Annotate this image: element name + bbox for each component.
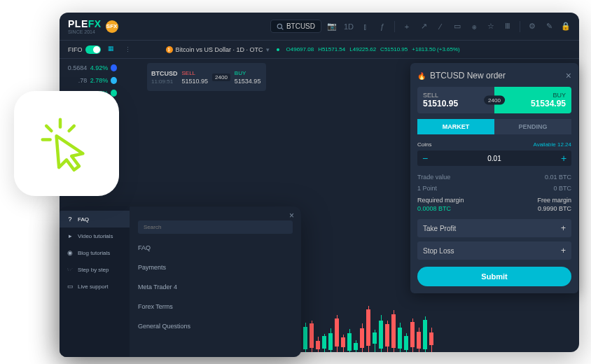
video-icon: ▸ [67,232,74,239]
tab-pending[interactable]: PENDING [494,119,571,134]
point-label: 1 Point [417,185,437,192]
brand-name-1: PLE [68,18,88,29]
help-item[interactable]: Payments [138,258,293,277]
ticker-buy-label: BUY [235,70,261,76]
close-icon[interactable]: × [566,70,571,81]
brand-name-2: FX [88,18,102,29]
timeframe[interactable]: 1D [344,22,354,31]
rect-icon[interactable]: ▭ [452,22,462,31]
take-profit-row[interactable]: Take Profit + [417,219,571,237]
ohlc-high: H51571.54 [318,46,345,52]
ticker-widget[interactable]: BTCUSD 11:09:51 SELL 51510.95 2400 BUY 5… [147,63,266,91]
buy-label: BUY [552,92,566,99]
ticker-symbol: BTCUSD [151,70,178,77]
order-panel: 🔥 BTCUSD New order × SELL 51510.95 BUY 5… [410,63,578,293]
buy-button[interactable]: BUY 51534.95 [494,87,571,113]
symbol-search[interactable]: BTCUSD [270,20,321,33]
elliott-icon[interactable]: Ⅲ [503,22,513,31]
sidebar-item-support[interactable]: ▭Live support [60,278,130,295]
help-sidebar: ?FAQ ▸Video tutorials ◉Blog tutorials ☞S… [60,206,130,357]
sidebar-item-step[interactable]: ☞Step by step [60,261,130,278]
symbol-icon [111,77,117,84]
toolbar-tools: 📷 1D ⫿ ƒ + ↗ ∕ ▭ ⎈ ☆ Ⅲ ⚙ ✎ 🔒 [327,21,571,32]
crosshair-icon[interactable]: + [402,22,412,31]
blog-icon: ◉ [67,249,74,256]
function-icon[interactable]: ƒ [377,22,387,31]
brand-subtitle: SINCE 2014 [68,29,102,34]
search-value: BTCUSD [286,22,315,30]
chevron-down-icon[interactable]: ▾ [266,46,270,53]
camera-icon[interactable]: 📷 [327,22,337,31]
watchlist-row[interactable]: .782.78% [65,74,117,87]
svg-line-1 [281,27,284,29]
click-decoration [14,91,119,196]
qty-minus[interactable]: − [417,153,433,164]
qty-plus[interactable]: + [556,153,571,164]
ticker-sell-label: SELL [182,70,209,76]
qty-value: 0.01 [433,155,556,162]
stop-loss-row[interactable]: Stop Loss + [417,241,571,260]
settings-icon[interactable]: ⚙ [527,22,537,31]
flame-icon: 🔥 [417,72,426,80]
help-item[interactable]: Forex Terms [138,297,293,316]
svg-line-4 [69,126,74,131]
order-title: BTCUSD New order [430,71,506,80]
lock-icon[interactable]: 🔒 [561,22,571,31]
svg-point-0 [277,24,281,28]
status-dot [277,48,279,51]
top-toolbar: PLEFX SINCE 2014 SFX BTCUSD 📷 1D ⫿ ƒ + ↗… [60,13,579,41]
help-icon: ? [67,216,74,223]
sell-button[interactable]: SELL 51510.95 [417,87,494,113]
edit-icon[interactable]: ✎ [544,22,554,31]
ticker-spread: 2400 [212,74,230,81]
ticker-time: 11:09:51 [151,78,178,85]
tab-market[interactable]: MARKET [417,119,494,134]
watchlist-row[interactable]: 0.56844.92% [65,62,117,74]
svg-line-3 [46,126,51,131]
line-icon[interactable]: ∕ [436,22,445,31]
help-item[interactable]: FAQ [138,238,293,258]
coins-label: Coins [417,141,431,148]
ticker-buy-price: 51534.95 [235,78,261,85]
req-margin-value: 0.0008 BTC [417,205,464,212]
ohlc-close: C51510.95 [380,46,408,52]
help-content: × FAQ Payments Meta Trader 4 Forex Terms… [130,206,301,357]
trade-value: 0.01 BTC [545,174,571,181]
help-item[interactable]: Meta Trader 4 [138,277,293,297]
trade-value-label: Trade value [417,174,450,181]
sidebar-item-blog[interactable]: ◉Blog tutorials [60,244,130,261]
info-bar: FIFO ▦ ⋮ ₿ Bitcoin vs US Dollar · 1D · O… [60,41,579,59]
sidebar-item-video[interactable]: ▸Video tutorials [60,227,130,244]
free-margin-value: 0.9990 BTC [537,205,571,212]
candles-icon[interactable]: ⫿ [361,22,370,31]
brand-badge: SFX [106,20,118,33]
sell-price: 51510.95 [423,99,489,108]
help-item[interactable]: General Questions [138,316,293,336]
brand-logo: PLEFX SINCE 2014 SFX [68,18,118,34]
ohlc-open: O49697.08 [286,46,314,52]
stop-loss-label: Stop Loss [423,247,454,255]
ticker-sell-price: 51510.95 [182,78,209,85]
pair-description: ₿ Bitcoin vs US Dollar · 1D · OTC ▾ [166,46,270,53]
help-popup: ?FAQ ▸Video tutorials ◉Blog tutorials ☞S… [60,206,301,357]
menu-dots-icon[interactable]: ⋮ [125,46,131,53]
quantity-stepper[interactable]: − 0.01 + [417,150,571,166]
step-icon: ☞ [67,266,74,273]
sidebar-item-faq[interactable]: ?FAQ [60,211,130,227]
point-value: 0 BTC [553,185,571,192]
pin-icon[interactable]: ⎈ [469,22,479,31]
ohlc-display: O49697.08 H51571.54 L49225.62 C51510.95 … [286,46,460,52]
xabcd-icon[interactable]: ☆ [486,22,496,31]
trend-icon[interactable]: ↗ [419,22,429,31]
submit-button[interactable]: Submit [417,267,571,286]
expand-icon: + [561,246,566,255]
candlestick-chart[interactable] [284,289,579,352]
sell-label: SELL [423,92,489,99]
cursor-click-icon [35,112,98,175]
take-profit-label: Take Profit [423,225,456,232]
btc-icon: ₿ [166,46,173,53]
help-search-input[interactable] [138,220,293,234]
req-margin-label: Required margin [417,197,464,204]
close-icon[interactable]: × [289,211,294,220]
ohlc-change: +1813.50 (+3.65%) [412,46,460,52]
